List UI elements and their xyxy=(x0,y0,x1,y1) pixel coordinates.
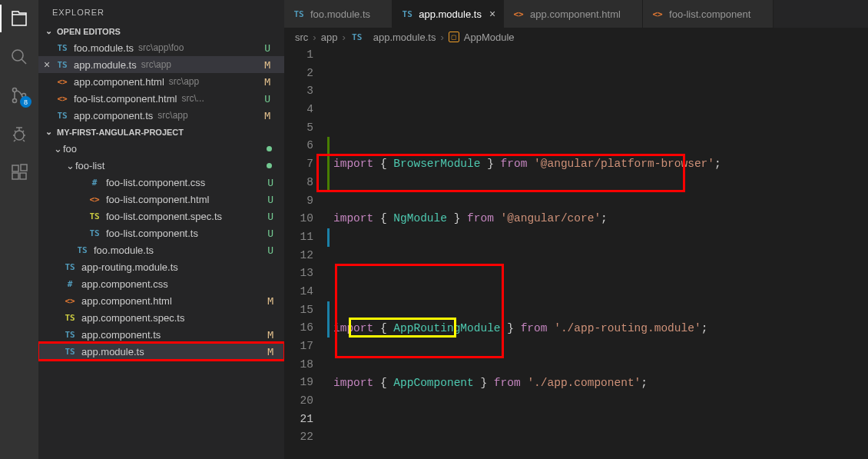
editor-tab[interactable]: <>foo-list.component× xyxy=(643,0,773,28)
breadcrumb[interactable]: src › app › TS app.module.ts › ▢ AppModu… xyxy=(284,28,868,46)
file-type-icon: <> xyxy=(512,9,525,19)
git-status: M xyxy=(264,76,278,88)
diff-marker xyxy=(327,228,330,247)
git-status: M xyxy=(267,346,281,358)
tab-label: foo-list.component xyxy=(669,8,750,20)
file-name: app.module.ts xyxy=(81,346,144,358)
open-editor-item[interactable]: TSfoo.module.tssrc\app\fooU xyxy=(38,39,284,56)
line-number: 7 xyxy=(284,155,313,174)
folder-label: foo xyxy=(63,143,77,155)
line-number: 13 xyxy=(284,264,313,283)
editor-tab[interactable]: TSapp.module.ts× xyxy=(393,0,504,28)
open-editor-item[interactable]: TSapp.component.tssrc\appM xyxy=(38,107,284,124)
line-number: 18 xyxy=(284,356,313,374)
file-type-icon: <> xyxy=(63,296,77,306)
svg-point-2 xyxy=(13,99,17,103)
tree-file-item[interactable]: <>app.component.htmlM xyxy=(38,292,284,309)
tree-file-item[interactable]: TSfoo-list.component.spec.tsU xyxy=(38,208,284,225)
diff-marker xyxy=(327,101,330,119)
tree-file-item[interactable]: #app.component.css xyxy=(38,275,284,292)
breadcrumb-segment[interactable]: app xyxy=(321,32,338,43)
diff-marker xyxy=(327,119,330,138)
file-type-icon: TS xyxy=(400,9,414,19)
open-editor-item[interactable]: <>app.component.htmlsrc\appM xyxy=(38,73,284,90)
git-status: U xyxy=(264,93,278,105)
folder-foo-list[interactable]: ⌄ foo-list xyxy=(38,157,284,174)
line-number: 20 xyxy=(284,392,313,411)
tab-bar: TSfoo.module.ts×TSapp.module.ts×<>app.co… xyxy=(284,0,868,28)
line-number: 10 xyxy=(284,210,313,228)
code-content[interactable]: import { BrowserModule } from '@angular/… xyxy=(330,46,868,459)
tree-file-item[interactable]: TSapp.module.tsM xyxy=(38,343,284,360)
git-status: U xyxy=(267,194,281,205)
project-header[interactable]: ⌄ MY-FIRST-ANGULAR-PROJECT xyxy=(38,124,284,140)
open-editors-header[interactable]: ⌄ OPEN EDITORS xyxy=(38,23,284,39)
line-number: 1 xyxy=(284,46,313,65)
editor-tab[interactable]: <>app.component.html× xyxy=(504,0,643,28)
search-icon[interactable] xyxy=(8,46,30,68)
file-type-icon: TS xyxy=(75,245,89,255)
project-label: MY-FIRST-ANGULAR-PROJECT xyxy=(57,128,184,137)
file-path: src\... xyxy=(181,93,204,104)
file-type-icon: # xyxy=(63,279,77,289)
explorer-sidebar: EXPLORER ⌄ OPEN EDITORS TSfoo.module.tss… xyxy=(38,0,284,459)
line-number: 14 xyxy=(284,283,313,301)
file-name: foo-list.component.ts xyxy=(106,228,198,239)
git-status: M xyxy=(264,110,278,121)
breadcrumb-segment[interactable]: AppModule xyxy=(464,32,515,43)
code-line: import { BrowserModule } from '@angular/… xyxy=(333,155,868,174)
diff-marker xyxy=(327,319,330,338)
close-icon[interactable]: × xyxy=(38,58,55,71)
git-dot-icon xyxy=(267,146,272,151)
tree-file-item[interactable]: TSfoo.module.tsU xyxy=(38,241,284,258)
explorer-icon[interactable] xyxy=(8,8,30,29)
file-name: foo-list.component.spec.ts xyxy=(106,211,222,222)
file-name: app.component.spec.ts xyxy=(81,312,184,324)
tree-file-item[interactable]: TSapp.component.spec.ts xyxy=(38,309,284,326)
line-gutter: 12345678910111213141516171819202122 xyxy=(284,46,327,459)
debug-icon[interactable] xyxy=(8,123,30,145)
tree-file-item[interactable]: #foo-list.component.cssU xyxy=(38,174,284,191)
diff-marker xyxy=(327,264,330,283)
file-type-icon: <> xyxy=(88,195,101,205)
file-type-icon: TS xyxy=(88,211,101,221)
file-name: foo.module.ts xyxy=(94,244,154,256)
open-editor-item[interactable]: <>foo-list.component.htmlsrc\...U xyxy=(38,90,284,107)
tree-file-item[interactable]: TSapp.component.tsM xyxy=(38,326,284,343)
activity-bar: 8 xyxy=(0,0,38,459)
editor-area: TSfoo.module.ts×TSapp.module.ts×<>app.co… xyxy=(284,0,868,459)
tab-label: foo.module.ts xyxy=(310,8,370,20)
open-editor-item[interactable]: ×TSapp.module.tssrc\appM xyxy=(38,56,284,73)
diff-marker xyxy=(327,301,330,320)
close-icon[interactable]: × xyxy=(489,8,495,20)
extensions-icon[interactable] xyxy=(8,161,30,183)
git-status: U xyxy=(267,177,281,188)
line-number: 16 xyxy=(284,319,313,338)
tree-file-item[interactable]: <>foo-list.component.htmlU xyxy=(38,191,284,208)
line-number: 22 xyxy=(284,428,313,447)
tree-file-item[interactable]: TSfoo-list.component.tsU xyxy=(38,225,284,241)
file-name: app.component.html xyxy=(74,76,164,88)
line-number: 15 xyxy=(284,301,313,320)
open-editors-list: TSfoo.module.tssrc\app\fooU×TSapp.module… xyxy=(38,39,284,124)
svg-rect-6 xyxy=(12,173,18,179)
code-editor[interactable]: 12345678910111213141516171819202122 impo… xyxy=(284,46,868,459)
file-path: src\app xyxy=(169,76,199,87)
diff-marker xyxy=(327,65,330,83)
git-status: M xyxy=(267,329,281,341)
breadcrumb-segment[interactable]: app.module.ts xyxy=(373,32,436,43)
code-line: import { NgModule } from '@angular/core'… xyxy=(333,210,868,228)
file-type-icon: TS xyxy=(292,9,306,19)
folder-foo[interactable]: ⌄ foo xyxy=(38,140,284,157)
file-name: app.component.html xyxy=(81,295,172,307)
source-control-icon[interactable]: 8 xyxy=(8,85,30,106)
tree-file-item[interactable]: TSapp-routing.module.ts xyxy=(38,258,284,275)
breadcrumb-segment[interactable]: src xyxy=(295,32,308,43)
diff-marker xyxy=(327,210,330,228)
ts-icon: TS xyxy=(350,32,364,42)
line-number: 2 xyxy=(284,65,313,83)
diff-marker xyxy=(327,411,330,429)
editor-tab[interactable]: TSfoo.module.ts× xyxy=(284,0,393,28)
diff-marker xyxy=(327,428,330,447)
tab-label: app.module.ts xyxy=(419,8,482,20)
